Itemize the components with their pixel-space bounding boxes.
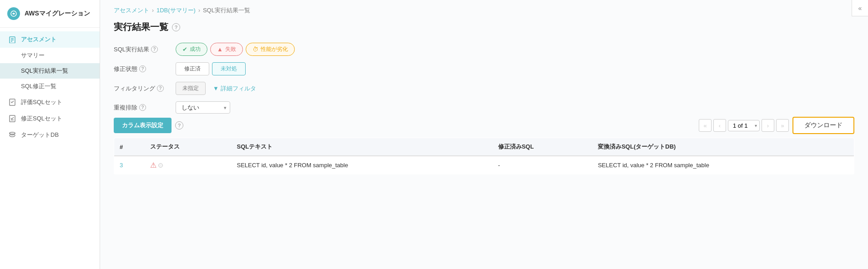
unhandled-state-btn[interactable]: 未対処 [212, 62, 246, 75]
row-status-cell: ⚠ [145, 156, 231, 174]
row-status-dot [158, 163, 163, 168]
col-settings-area: カラム表示設定 ? [114, 118, 183, 133]
col-converted-sql: 変換済みSQL(ターゲットDB) [592, 138, 854, 156]
fix-state-buttons: 修正済 未対処 [176, 62, 246, 75]
collapse-button[interactable]: « [852, 0, 868, 16]
table-row: 3 ⚠ SELECT id, value * 2 FROM sample_tab… [114, 156, 854, 174]
collapse-icon: « [858, 5, 862, 12]
eval-sql-icon [8, 98, 16, 106]
sidebar-item-sql-results[interactable]: SQL実行結果一覧 [0, 63, 100, 79]
fix-state-help-icon[interactable]: ? [139, 65, 146, 72]
correction-sql-icon [8, 115, 16, 123]
summary-label: サマリー [21, 51, 45, 60]
breadcrumb-current: SQL実行結果一覧 [203, 6, 250, 15]
filter-section: SQL実行結果 ? ✔ 成功 ▲ 失敗 ⏱ 性能が劣化 [100, 38, 868, 117]
sidebar-item-correction-sql[interactable]: 修正SQLセット [0, 110, 100, 127]
eval-sql-label: 評価SQLセット [21, 98, 62, 106]
dedup-label: 重複排除 ? [114, 104, 168, 112]
pagination-prev-btn[interactable]: ‹ [713, 119, 726, 132]
action-row: カラム表示設定 ? « ‹ 1 of 1 ▾ › » ダウンロード [100, 117, 868, 138]
app-title: AWSマイグレーション [25, 10, 90, 18]
filtering-help-icon[interactable]: ? [157, 85, 164, 92]
results-table: # ステータス SQLテキスト 修正済みSQL 変換済みSQL(ターゲットDB)… [114, 138, 854, 174]
sidebar-item-summary[interactable]: サマリー [0, 48, 100, 63]
sql-result-filter-label: SQL実行結果 ? [114, 45, 168, 54]
filter-fail-btn[interactable]: ▲ 失敗 [210, 43, 243, 56]
table-header-row: # ステータス SQLテキスト 修正済みSQL 変換済みSQL(ターゲットDB) [114, 138, 854, 156]
assessment-label: アセスメント [21, 35, 56, 44]
page-title: 実行結果一覧 [114, 21, 168, 33]
detail-filter-link[interactable]: ▼ 詳細フィルタ [213, 85, 256, 93]
filter-perf-btn[interactable]: ⏱ 性能が劣化 [246, 43, 295, 56]
col-sql-text: SQLテキスト [231, 138, 492, 156]
fixed-state-btn[interactable]: 修正済 [176, 62, 209, 75]
filter-icon: ▼ [213, 85, 219, 92]
correction-sql-label: 修正SQLセット [21, 115, 62, 123]
sql-corrections-label: SQL修正一覧 [21, 82, 56, 90]
row-sql-text-cell: SELECT id, value * 2 FROM sample_table [231, 156, 492, 174]
sql-result-filter-row: SQL実行結果 ? ✔ 成功 ▲ 失敗 ⏱ 性能が劣化 [114, 40, 854, 59]
sidebar-header: AWSマイグレーション [0, 0, 100, 28]
pagination: « ‹ 1 of 1 ▾ › » [699, 119, 789, 132]
pagination-last-btn[interactable]: » [776, 119, 789, 132]
download-button[interactable]: ダウンロード [792, 117, 854, 134]
filtering-label: フィルタリング ? [114, 85, 168, 93]
breadcrumb: アセスメント › 1DB(サマリー) › SQL実行結果一覧 [100, 0, 868, 15]
col-settings-help-icon[interactable]: ? [175, 121, 183, 130]
pagination-page-select-wrap: 1 of 1 ▾ [728, 120, 760, 131]
sql-results-label: SQL実行結果一覧 [21, 67, 68, 75]
sidebar-item-target-db[interactable]: ターゲットDB [0, 127, 100, 143]
dedup-row: 重複排除 ? しない する ▾ [114, 98, 854, 117]
table-wrap: # ステータス SQLテキスト 修正済みSQL 変換済みSQL(ターゲットDB)… [100, 138, 868, 269]
filtering-unset-btn[interactable]: 未指定 [176, 82, 206, 95]
breadcrumb-assessment[interactable]: アセスメント [114, 6, 149, 15]
svg-point-18 [10, 132, 15, 134]
pagination-next-btn[interactable]: › [762, 119, 774, 132]
main-content: « アセスメント › 1DB(サマリー) › SQL実行結果一覧 実行結果一覧 … [100, 0, 868, 269]
dedup-select[interactable]: しない する [176, 101, 230, 114]
row-num-cell: 3 [114, 156, 145, 174]
breadcrumb-sep-1: › [152, 7, 154, 14]
dedup-select-wrap: しない する ▾ [176, 101, 230, 114]
row-num-link[interactable]: 3 [120, 162, 123, 169]
pagination-first-btn[interactable]: « [699, 119, 712, 132]
target-db-icon [8, 131, 16, 139]
pagination-page-select[interactable]: 1 of 1 [728, 120, 760, 131]
filter-success-btn[interactable]: ✔ 成功 [176, 43, 207, 56]
table-body: 3 ⚠ SELECT id, value * 2 FROM sample_tab… [114, 156, 854, 174]
fix-state-filter-row: 修正状態 ? 修正済 未対処 [114, 59, 854, 79]
sidebar-item-sql-corrections[interactable]: SQL修正一覧 [0, 79, 100, 94]
col-num: # [114, 138, 145, 156]
fail-warning-icon: ▲ [217, 46, 223, 53]
col-fixed-sql: 修正済みSQL [493, 138, 593, 156]
target-db-label: ターゲットDB [21, 131, 59, 139]
pagination-download-area: « ‹ 1 of 1 ▾ › » ダウンロード [699, 117, 854, 134]
sidebar-nav: アセスメント サマリー SQL [0, 28, 100, 269]
sql-result-help-icon[interactable]: ? [151, 46, 158, 53]
breadcrumb-sep-2: › [198, 7, 200, 14]
row-converted-sql-cell: SELECT id, value * 2 FROM sample_table [592, 156, 854, 174]
filtering-row: フィルタリング ? 未指定 ▼ 詳細フィルタ [114, 79, 854, 98]
row-warning-icon: ⚠ [150, 161, 156, 169]
col-status: ステータス [145, 138, 231, 156]
column-settings-button[interactable]: カラム表示設定 [114, 118, 172, 133]
assessment-icon [8, 35, 16, 44]
fix-state-filter-label: 修正状態 ? [114, 65, 168, 73]
perf-clock-icon: ⏱ [252, 46, 258, 53]
aws-migration-icon [7, 7, 20, 20]
sql-result-buttons: ✔ 成功 ▲ 失敗 ⏱ 性能が劣化 [176, 43, 295, 56]
sidebar-item-assessment[interactable]: アセスメント [0, 31, 100, 48]
dedup-help-icon[interactable]: ? [139, 104, 146, 111]
row-fixed-sql-cell: - [493, 156, 593, 174]
sidebar-item-eval-sql[interactable]: 評価SQLセット [0, 94, 100, 110]
row-status-icon-group: ⚠ [150, 161, 226, 169]
page-title-help-icon[interactable]: ? [172, 23, 180, 31]
breadcrumb-1db[interactable]: 1DB(サマリー) [156, 6, 196, 15]
page-title-row: 実行結果一覧 ? [100, 15, 868, 38]
success-check-icon: ✔ [182, 46, 187, 53]
